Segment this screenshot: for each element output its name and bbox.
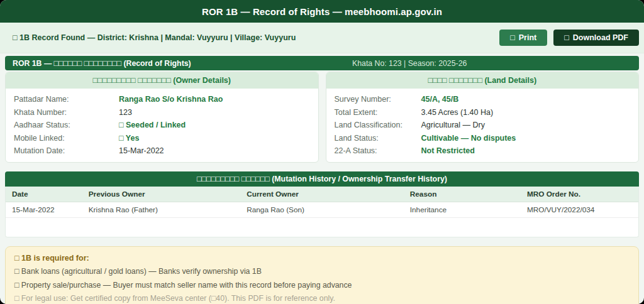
- download-pdf-button[interactable]: □ Download PDF: [553, 30, 639, 46]
- detail-label: Mutation Date:: [14, 146, 119, 155]
- detail-row: Land Status:Cultivable — No disputes: [326, 132, 639, 145]
- detail-label: Land Status:: [335, 134, 421, 143]
- land-details-rows: Survey Number:45/A, 45/BTotal Extent:3.4…: [326, 89, 639, 158]
- print-icon: □: [510, 34, 515, 42]
- detail-row: Mutation Date:15-Mar-2022: [6, 144, 318, 158]
- info-notice-box: □ 1B is required for: □ Bank loans (agri…: [5, 246, 639, 304]
- mutation-history-table: DatePrevious OwnerCurrent OwnerReasonMRO…: [6, 187, 638, 218]
- owner-details-header: □□□□□□□□□ □□□□□□□ (Owner Details): [6, 72, 318, 89]
- detail-value: 15-Mar-2022: [119, 146, 164, 155]
- owner-details-rows: Pattadar Name:Ranga Rao S/o Krishna RaoK…: [6, 89, 318, 158]
- detail-row: Khata Number:123: [6, 106, 318, 119]
- mutation-column-header: Date: [6, 187, 82, 202]
- record-found-text: 1B Record Found — District: Krishna | Ma…: [19, 33, 296, 42]
- info-box-item: □ For legal use: Get certified copy from…: [14, 292, 630, 304]
- detail-row: Survey Number:45/A, 45/B: [326, 93, 639, 106]
- detail-label: Land Classification:: [335, 121, 421, 129]
- mutation-history-header: □□□□□□□□□ □□□□□□ (Mutation History / Own…: [5, 171, 639, 187]
- detail-label: 22-A Status:: [335, 146, 421, 155]
- khata-season-info: Khata No: 123 | Season: 2025-26: [352, 59, 467, 68]
- detail-value: Cultivable — No disputes: [421, 134, 516, 143]
- mutation-table-body: 15-Mar-2022Krishna Rao (Father)Ranga Rao…: [6, 202, 638, 218]
- print-button-label: Print: [519, 34, 536, 42]
- info-box-items: □ Bank loans (agricultural / gold loans)…: [14, 265, 630, 304]
- detail-row: 22-A Status:Not Restricted: [326, 144, 639, 158]
- download-pdf-button-label: Download PDF: [573, 34, 628, 42]
- detail-label: Mobile Linked:: [14, 134, 119, 143]
- mutation-table-cell: Ranga Rao (Son): [240, 202, 404, 218]
- print-button[interactable]: □ Print: [499, 30, 547, 46]
- info-box-title: □ 1B is required for:: [14, 252, 630, 265]
- download-icon: □: [564, 34, 569, 42]
- mutation-table-header-row: DatePrevious OwnerCurrent OwnerReasonMRO…: [6, 187, 638, 202]
- detail-value: Not Restricted: [421, 146, 475, 155]
- mutation-table-cell: Inheritance: [404, 202, 521, 218]
- land-details-header: □□□□ □□□□□□□ (Land Details): [326, 72, 639, 89]
- mutation-table-cell: 15-Mar-2022: [6, 202, 82, 218]
- mutation-table-row: 15-Mar-2022Krishna Rao (Father)Ranga Rao…: [6, 202, 638, 218]
- mutation-table-cell: Krishna Rao (Father): [82, 202, 241, 218]
- detail-value: □ Seeded / Linked: [119, 121, 186, 129]
- mutation-column-header: Current Owner: [240, 187, 404, 202]
- record-bar-title: ROR 1B — □□□□□□ □□□□□□□□ (Record of Righ…: [5, 59, 191, 68]
- land-details-panel: □□□□ □□□□□□□ (Land Details) Survey Numbe…: [326, 72, 640, 163]
- detail-label: Survey Number:: [335, 95, 421, 104]
- detail-panels: □□□□□□□□□ □□□□□□□ (Owner Details) Pattad…: [5, 72, 639, 163]
- detail-label: Khata Number:: [14, 108, 119, 117]
- detail-row: Land Classification:Agricultural — Dry: [326, 119, 639, 132]
- detail-value: 3.45 Acres (1.40 Ha): [421, 108, 494, 117]
- record-found-status: □ 1B Record Found — District: Krishna | …: [13, 33, 296, 42]
- owner-details-panel: □□□□□□□□□ □□□□□□□ (Owner Details) Pattad…: [5, 72, 319, 163]
- mutation-column-header: MRO Order No.: [521, 187, 638, 202]
- detail-label: Aadhaar Status:: [14, 121, 119, 129]
- detail-value: 45/A, 45/B: [421, 95, 459, 104]
- detail-value: 123: [119, 108, 132, 117]
- mutation-column-header: Reason: [404, 187, 521, 202]
- mutation-history-section: □□□□□□□□□ □□□□□□ (Mutation History / Own…: [5, 171, 639, 237]
- detail-value: Ranga Rao S/o Krishna Rao: [119, 95, 223, 104]
- document-icon: □: [13, 33, 18, 42]
- detail-row: Total Extent:3.45 Acres (1.40 Ha): [326, 106, 639, 119]
- mutation-history-table-container: DatePrevious OwnerCurrent OwnerReasonMRO…: [5, 187, 639, 237]
- detail-row: Pattadar Name:Ranga Rao S/o Krishna Rao: [6, 93, 318, 106]
- mutation-table-cell: MRO/VUY/2022/034: [521, 202, 638, 218]
- record-of-rights-bar: ROR 1B — □□□□□□ □□□□□□□□ (Record of Righ…: [5, 56, 639, 70]
- status-action-bar: □ 1B Record Found — District: Krishna | …: [0, 23, 644, 53]
- app-title-bar: ROR 1B — Record of Rights — meebhoomi.ap…: [0, 0, 644, 23]
- page-content: ROR 1B — □□□□□□ □□□□□□□□ (Record of Righ…: [0, 53, 644, 304]
- detail-row: Mobile Linked:□ Yes: [6, 132, 318, 145]
- ror-1b-page: ROR 1B — Record of Rights — meebhoomi.ap…: [0, 0, 644, 304]
- detail-value: □ Yes: [119, 134, 139, 143]
- info-box-item: □ Bank loans (agricultural / gold loans)…: [14, 265, 630, 279]
- detail-row: Aadhaar Status:□ Seeded / Linked: [6, 119, 318, 132]
- mutation-table-head: DatePrevious OwnerCurrent OwnerReasonMRO…: [6, 187, 638, 202]
- detail-label: Pattadar Name:: [14, 95, 119, 104]
- toolbar-actions: □ Print □ Download PDF: [499, 30, 639, 46]
- detail-value: Agricultural — Dry: [421, 121, 485, 129]
- detail-label: Total Extent:: [335, 108, 421, 117]
- mutation-column-header: Previous Owner: [82, 187, 241, 202]
- info-box-item: □ Property sale/purchase — Buyer must ma…: [14, 279, 630, 293]
- page-title: ROR 1B — Record of Rights — meebhoomi.ap…: [202, 6, 442, 17]
